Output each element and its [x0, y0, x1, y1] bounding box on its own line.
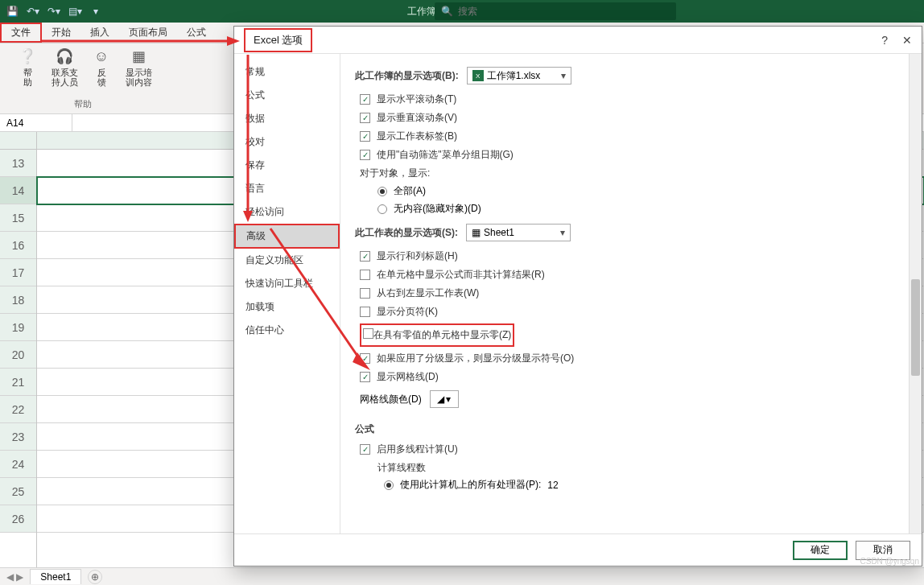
workbook-display-label: 此工作簿的显示选项(B):: [355, 69, 459, 83]
checkbox[interactable]: [360, 131, 370, 142]
processors-value: 12: [547, 480, 558, 491]
scrollbar-thumb[interactable]: [911, 279, 920, 376]
nav-item[interactable]: 保存: [234, 154, 340, 177]
workbook-combo[interactable]: X 工作簿1.xlsx ▾: [467, 67, 571, 84]
processors-label: 使用此计算机上的所有处理器(P):: [400, 478, 541, 492]
qat-dropdown-icon[interactable]: ▾: [89, 4, 103, 19]
nav-item[interactable]: 校对: [234, 130, 340, 154]
row-header[interactable]: 19: [0, 314, 36, 341]
checkbox[interactable]: [360, 307, 370, 317]
workbook-combo-value: 工作簿1.xlsx: [487, 69, 541, 83]
multithread-label: 启用多线程计算(U): [377, 443, 458, 456]
checkbox[interactable]: [360, 94, 370, 105]
nav-item[interactable]: 加载项: [234, 295, 340, 319]
add-sheet-button[interactable]: ⊕: [88, 570, 102, 584]
nav-item[interactable]: 公式: [234, 84, 340, 107]
nav-item[interactable]: 自定义功能区: [234, 249, 340, 272]
row-header[interactable]: 21: [0, 369, 36, 396]
row-header[interactable]: 14: [0, 177, 36, 204]
name-box[interactable]: A14: [0, 114, 72, 131]
checkbox[interactable]: [360, 150, 370, 160]
option-label: 如果应用了分级显示，则显示分级显示符号(O): [377, 352, 574, 365]
gridline-color-combo[interactable]: ◢ ▾: [430, 390, 459, 408]
chevron-down-icon: ▾: [561, 70, 566, 81]
tab-file[interactable]: 文件: [0, 23, 42, 43]
nav-item[interactable]: 信任中心: [234, 319, 340, 342]
tab-formulas[interactable]: 公式: [177, 23, 216, 43]
row-header[interactable]: 23: [0, 423, 36, 451]
feedback-icon: ☺: [92, 47, 111, 66]
excel-options-dialog: Excel 选项 ? ✕ 常规公式数据校对保存语言轻松访问高级自定义功能区快速访…: [233, 26, 922, 566]
search-box[interactable]: 🔍: [435, 2, 676, 20]
checkbox[interactable]: [360, 288, 370, 299]
checkbox[interactable]: [360, 372, 370, 382]
dialog-footer: 确定 取消: [234, 534, 922, 566]
help-icon[interactable]: ?: [881, 34, 888, 47]
dialog-titlebar: Excel 选项 ? ✕: [234, 27, 922, 54]
sheet-tab-bar: ◀ ▶ Sheet1 ⊕: [0, 567, 924, 585]
checkbox[interactable]: [360, 270, 370, 280]
nav-item[interactable]: 轻松访问: [234, 200, 340, 224]
dialog-nav: 常规公式数据校对保存语言轻松访问高级自定义功能区快速访问工具栏加载项信任中心: [234, 54, 340, 534]
redo-icon[interactable]: ↷▾: [47, 4, 61, 19]
tab-home[interactable]: 开始: [42, 23, 80, 43]
row-header[interactable]: 16: [0, 232, 36, 259]
formula-section-title: 公式: [355, 422, 907, 436]
help-icon: ❔: [18, 47, 37, 66]
nav-item[interactable]: 快速访问工具栏: [234, 272, 340, 295]
ribbon-group-label: 帮助: [74, 98, 92, 110]
chevron-down-icon: ▾: [446, 393, 451, 405]
option-label: 在单元格中显示公式而非其计算结果(R): [377, 268, 545, 282]
row-header[interactable]: 15: [0, 204, 36, 232]
paint-icon: ◢: [437, 393, 444, 405]
search-input[interactable]: [458, 6, 670, 17]
save-icon[interactable]: 💾: [5, 4, 19, 19]
help-button[interactable]: ❔ 帮助: [11, 47, 43, 87]
checkbox[interactable]: [360, 113, 370, 123]
option-label: 显示分页符(K): [377, 305, 438, 319]
worksheet-combo[interactable]: ▦ Sheet1 ▾: [466, 224, 571, 241]
row-header[interactable]: 24: [0, 451, 36, 478]
radio[interactable]: [377, 187, 387, 196]
multithread-checkbox[interactable]: [360, 444, 370, 455]
row-header[interactable]: 18: [0, 286, 36, 314]
sheet-icon: ▦: [472, 227, 481, 238]
row-header[interactable]: 20: [0, 341, 36, 369]
nav-item[interactable]: 数据: [234, 107, 340, 130]
radio[interactable]: [377, 204, 387, 214]
row-header[interactable]: 17: [0, 259, 36, 286]
feedback-button[interactable]: ☺ 反馈: [85, 47, 118, 87]
row-header[interactable]: 13: [0, 150, 36, 177]
row-headers: 1314151617181920212223242526: [0, 150, 37, 585]
sheet-tab[interactable]: Sheet1: [30, 569, 81, 584]
select-all-corner[interactable]: [0, 132, 37, 150]
tab-insert[interactable]: 插入: [80, 23, 119, 43]
tab-page-layout[interactable]: 页面布局: [119, 23, 177, 43]
headset-icon: 🎧: [55, 47, 74, 66]
checkbox[interactable]: [363, 328, 373, 339]
row-header[interactable]: 25: [0, 478, 36, 505]
dialog-scrollbar[interactable]: [909, 54, 922, 534]
excel-file-icon: X: [472, 70, 484, 81]
show-training-button[interactable]: ▦ 显示培训内容: [122, 47, 155, 87]
touch-mode-icon[interactable]: ▤▾: [68, 4, 82, 19]
checkbox[interactable]: [360, 353, 370, 364]
row-header[interactable]: 22: [0, 396, 36, 423]
sheet-nav[interactable]: ◀ ▶: [6, 571, 23, 583]
nav-item[interactable]: 语言: [234, 177, 340, 200]
nav-item[interactable]: 常规: [234, 60, 340, 84]
quick-access-toolbar: 💾 ↶▾ ↷▾ ▤▾ ▾: [5, 4, 103, 19]
close-icon[interactable]: ✕: [902, 34, 912, 47]
ok-button[interactable]: 确定: [793, 541, 848, 560]
checkbox[interactable]: [360, 251, 370, 262]
undo-icon[interactable]: ↶▾: [26, 4, 40, 19]
nav-item[interactable]: 高级: [234, 224, 340, 249]
option-label: 显示行和列标题(H): [377, 249, 458, 263]
worksheet-display-label: 此工作表的显示选项(S):: [355, 226, 458, 240]
all-processors-radio[interactable]: [384, 480, 394, 490]
option-label: 在具有零值的单元格中显示零(Z): [373, 328, 511, 342]
option-label: 显示工作表标签(B): [377, 130, 457, 143]
ribbon-group-help: ❔ 帮助 🎧 联系支持人员 ☺ 反馈 ▦ 显示培训内容 帮助: [6, 47, 159, 110]
contact-support-button[interactable]: 🎧 联系支持人员: [48, 47, 80, 87]
row-header[interactable]: 26: [0, 505, 36, 533]
